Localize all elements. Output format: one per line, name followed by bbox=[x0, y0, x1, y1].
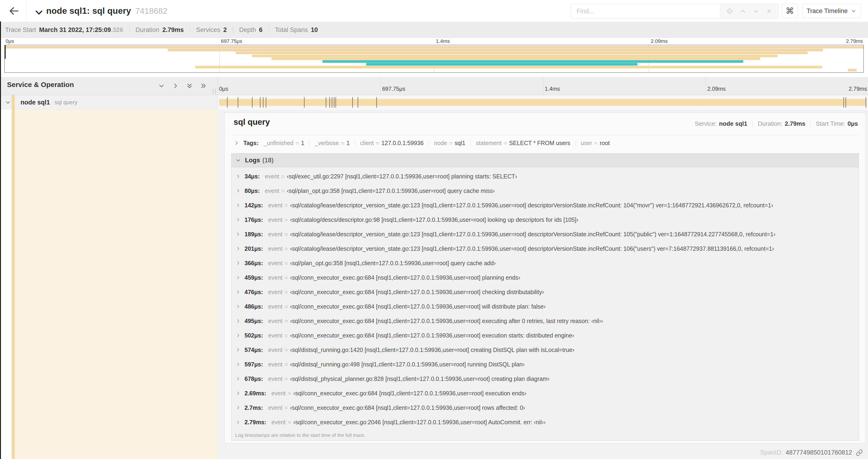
chevron-right-icon bbox=[235, 347, 241, 353]
equals-sign: = bbox=[376, 140, 379, 146]
tag-key: node bbox=[434, 140, 447, 146]
tag-value: 1 bbox=[301, 140, 304, 146]
log-timestamp: 201μs: bbox=[245, 245, 263, 252]
log-event-tick bbox=[843, 97, 844, 108]
span-operation-name: sql query bbox=[55, 99, 77, 106]
log-row[interactable]: 502μs:event=‹sql/conn_executor_exec.go:6… bbox=[231, 328, 859, 342]
divider bbox=[810, 121, 811, 127]
span-detail-panel: sql query Service:node sql1 Duration:2.7… bbox=[217, 110, 868, 459]
log-row[interactable]: 80μs:event=‹sql/plan_opt.go:358 [nsql1,c… bbox=[231, 184, 859, 198]
log-row[interactable]: 34μs:event=‹sql/exec_util.go:2297 [nsql1… bbox=[231, 169, 859, 184]
collapse-span-button[interactable] bbox=[5, 99, 11, 106]
back-button[interactable] bbox=[6, 4, 20, 18]
trace-id: 7418682 bbox=[135, 6, 167, 15]
log-timestamp: 34μs: bbox=[245, 173, 260, 180]
log-event-tick bbox=[252, 97, 252, 108]
column-resize-handle[interactable] bbox=[213, 89, 216, 94]
deep-link-button[interactable] bbox=[856, 449, 863, 456]
log-row[interactable]: 201μs:event=‹sql/catalog/lease/descripto… bbox=[231, 241, 859, 256]
equals-sign: = bbox=[281, 173, 285, 180]
log-row[interactable]: 176μs:event=‹sql/catalog/descs/descripto… bbox=[231, 212, 859, 227]
chevron-right-icon bbox=[235, 376, 241, 382]
log-row[interactable]: 486μs:event=‹sql/conn_executor_exec.go:6… bbox=[231, 299, 859, 314]
screen-edge-artifact bbox=[0, 22, 1, 459]
equals-sign: = bbox=[284, 404, 288, 411]
trace-title: node sql1: sql query bbox=[46, 6, 131, 16]
minimap-span-bar bbox=[322, 60, 743, 63]
log-row[interactable]: 366μs:event=‹sql/plan_opt.go:358 [nsql1,… bbox=[231, 256, 859, 270]
start-time-stat-label: Start Time: bbox=[816, 120, 845, 127]
log-row[interactable]: 476μs:event=‹sql/conn_executor_exec.go:6… bbox=[231, 285, 859, 299]
locate-span-button[interactable] bbox=[726, 7, 734, 15]
log-event-tick bbox=[334, 97, 334, 108]
span-row-name-cell[interactable]: node sql1 sql query bbox=[0, 95, 217, 110]
log-row[interactable]: 597μs:event=‹sql/distsql_running.go:498 … bbox=[231, 357, 859, 371]
tag-value: 127.0.0.1:59936 bbox=[381, 140, 424, 146]
log-row[interactable]: 574μs:event=‹sql/distsql_running.go:1420… bbox=[231, 342, 859, 357]
divider bbox=[190, 26, 190, 34]
minimap-viewport-handle[interactable] bbox=[5, 45, 6, 59]
equals-sign: = bbox=[284, 332, 288, 339]
minimap-canvas[interactable] bbox=[4, 45, 864, 73]
log-event-tick bbox=[326, 97, 326, 108]
collapse-controls bbox=[158, 82, 207, 90]
collapse-one-button[interactable] bbox=[158, 82, 165, 90]
equals-sign: = bbox=[296, 140, 299, 146]
chevron-down-icon bbox=[850, 8, 857, 14]
find-next-button[interactable] bbox=[752, 7, 760, 15]
minimap-span-bar bbox=[848, 69, 857, 71]
summary-value: 2.79ms bbox=[162, 26, 184, 34]
collapse-trace-header-button[interactable] bbox=[32, 6, 46, 19]
log-row[interactable]: 189μs:event=‹sql/catalog/lease/descripto… bbox=[231, 227, 859, 241]
expand-all-button[interactable] bbox=[200, 82, 207, 90]
span-labels: node sql1 sql query bbox=[21, 95, 77, 110]
minimap-tick-label: 0μs bbox=[6, 38, 14, 44]
keyboard-shortcuts-button[interactable]: ⌘ bbox=[782, 4, 798, 18]
tag-key: client bbox=[360, 140, 374, 146]
tag-item: node=sql1 bbox=[434, 140, 465, 146]
tags-row[interactable]: Tags: _unfinished=1_verbose=1client=127.… bbox=[231, 135, 859, 151]
minimap-tick-label: 2.79ms bbox=[846, 38, 863, 44]
log-row[interactable]: 495μs:event=‹sql/conn_executor_exec.go:6… bbox=[231, 314, 859, 328]
divider bbox=[429, 140, 429, 146]
equals-sign: = bbox=[284, 375, 288, 382]
log-row[interactable]: 2.79ms:event=‹sql/conn_executor_exec.go:… bbox=[231, 415, 859, 429]
chevron-down-icon bbox=[5, 99, 11, 106]
logs-header[interactable]: Logs (18) bbox=[231, 154, 859, 167]
summary-label: Services bbox=[196, 26, 220, 34]
detail-highlight-background bbox=[15, 110, 217, 459]
equals-sign: = bbox=[284, 260, 288, 267]
log-timestamp: 502μs: bbox=[245, 332, 263, 339]
clear-find-button[interactable] bbox=[765, 7, 773, 15]
minimap-span-bar bbox=[168, 49, 823, 51]
log-row[interactable]: 2.7ms:event=‹sql/conn_executor_exec.go:6… bbox=[231, 400, 859, 415]
log-field-key: event bbox=[268, 217, 282, 223]
log-timestamp: 495μs: bbox=[245, 318, 263, 324]
expand-one-button[interactable] bbox=[172, 82, 179, 90]
service-operation-title: Service & Operation bbox=[7, 81, 74, 89]
summary-label: Total Spans bbox=[275, 26, 308, 34]
log-row[interactable]: 678μs:event=‹sql/distsql_physical_planne… bbox=[231, 371, 859, 386]
gridline bbox=[705, 77, 706, 95]
find-input[interactable] bbox=[571, 4, 720, 19]
log-row[interactable]: 142μs:event=‹sql/catalog/lease/descripto… bbox=[231, 198, 859, 212]
log-row[interactable]: 459μs:event=‹sql/conn_executor_exec.go:6… bbox=[231, 270, 859, 285]
duration-stat-label: Duration: bbox=[758, 120, 783, 127]
log-timestamp: 366μs: bbox=[245, 260, 263, 267]
find-prev-button[interactable] bbox=[739, 7, 747, 15]
log-field-key: event bbox=[268, 245, 282, 252]
chevron-down-icon bbox=[34, 7, 44, 18]
log-field-value: ‹sql/conn_executor_exec.go:2046 [nsql1,c… bbox=[293, 419, 546, 426]
timeline-ruler: 0μs697.75μs1.4ms2.09ms2.79ms bbox=[217, 77, 868, 95]
log-row[interactable]: 2.69ms:event=‹sql/conn_executor_exec.go:… bbox=[231, 386, 859, 400]
summary-value: 6 bbox=[259, 26, 262, 34]
collapse-all-button[interactable] bbox=[186, 82, 193, 90]
log-event-tick bbox=[260, 97, 260, 108]
divider bbox=[355, 140, 355, 146]
chevron-down-icon bbox=[235, 157, 241, 163]
log-event-tick bbox=[330, 97, 330, 108]
start-time-stat: Start Time:0μs bbox=[816, 120, 858, 127]
summary-label: Trace Start bbox=[5, 26, 36, 34]
trace-view-selector[interactable]: Trace Timeline bbox=[802, 4, 861, 18]
log-field-key: event bbox=[268, 260, 282, 267]
